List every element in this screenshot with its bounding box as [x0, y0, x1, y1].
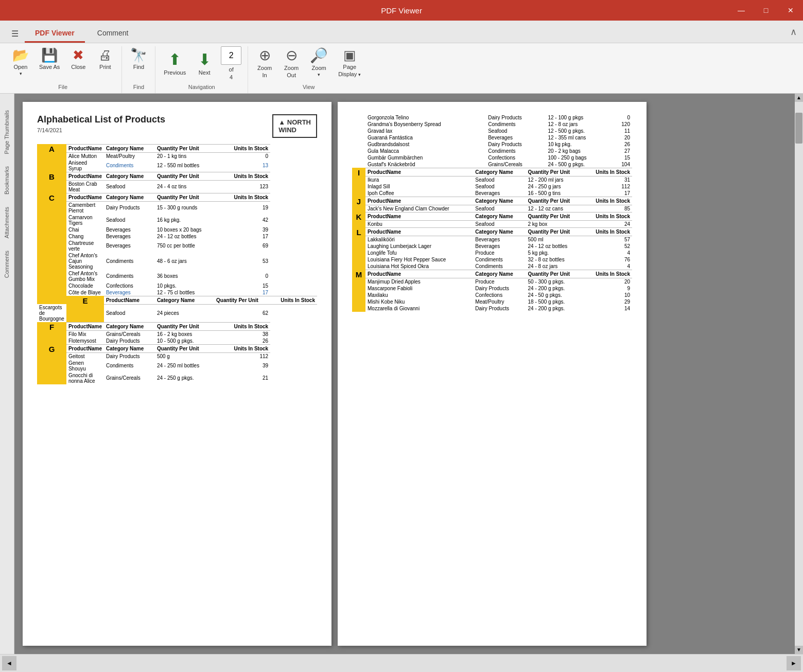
- table-row: B ProductName Category Name Quantity Per…: [37, 172, 317, 180]
- scroll-down-button[interactable]: ▼: [795, 646, 803, 654]
- table-row: ChocoladeConfections10 pkgs.15: [37, 282, 317, 289]
- document-title: Alphabetical List of Products: [37, 114, 165, 125]
- table-row: Jack's New England Clam ChowderSeafood12…: [352, 205, 632, 212]
- zoom-out-button[interactable]: ⊖ Zoom Out: [279, 46, 304, 80]
- zoom-button[interactable]: 🔎 Zoom ▾: [306, 46, 332, 79]
- table-row: Gumbär Gummibärchen Confections 100 - 25…: [352, 154, 632, 161]
- menu-icon[interactable]: ☰: [5, 25, 25, 43]
- document-date: 7/14/2021: [37, 127, 165, 133]
- letter-cell-c: C: [37, 193, 66, 304]
- collapse-ribbon-button[interactable]: ∧: [790, 26, 797, 38]
- find-button[interactable]: 🔭 Find: [126, 46, 151, 72]
- table-row: Chef Anton's Gumbo MixCondiments36 boxes…: [37, 270, 317, 282]
- side-tab-bookmarks[interactable]: Bookmarks: [2, 160, 13, 201]
- save-as-button[interactable]: 💾 Save As: [35, 46, 64, 72]
- page-display-button[interactable]: ▣ Page Display ▾: [334, 46, 365, 79]
- save-icon: 💾: [41, 48, 58, 62]
- table-row: G ProductName Category Name Quantity Per…: [37, 344, 317, 352]
- scroll-up-button[interactable]: ▲: [795, 94, 803, 102]
- table-row: ChaiBeverages10 boxes x 20 bags39: [37, 226, 317, 233]
- of-pages-label: of4: [229, 66, 234, 82]
- letter-cell-l: L: [352, 227, 365, 270]
- open-icon: 📂: [12, 48, 29, 62]
- table-row: Gorgonzola Telino Dairy Products 12 - 10…: [352, 114, 632, 121]
- file-group-label: File: [8, 82, 117, 93]
- table-row: Gravad lax Seafood 12 - 500 g pkgs. 11: [352, 128, 632, 134]
- window-controls: — □ ✕: [729, 0, 803, 21]
- table-row: Carnarvon TigersSeafood16 kg pkg.42: [37, 214, 317, 226]
- table-row: Camembert PierrotDairy Products15 - 300 …: [37, 201, 317, 214]
- maximize-button[interactable]: □: [754, 0, 778, 21]
- open-button[interactable]: 📂 Open ▾: [8, 46, 33, 78]
- table-row: Aniseed Syrup Condiments 12 - 550 ml bot…: [37, 160, 317, 172]
- tabs-bar: ☰ PDF Viewer Comment ∧: [0, 21, 803, 43]
- close-icon: ✖: [73, 48, 84, 62]
- left-page-table: A ProductName Category Name Quantity Per…: [37, 144, 317, 384]
- side-tabs-panel: Page Thumbnails Bookmarks Attachments Co…: [0, 94, 14, 654]
- zoom-in-icon: ⊕: [259, 48, 271, 63]
- letter-cell-i: I: [352, 168, 365, 197]
- previous-button[interactable]: ⬆ Previous: [160, 50, 190, 78]
- table-row: Chef Anton's Cajun SeasoningCondiments48…: [37, 252, 317, 270]
- table-row: IkuraSeafood12 - 200 ml jars31: [352, 176, 632, 183]
- side-tab-attachments[interactable]: Attachments: [2, 201, 13, 244]
- table-row: FlotemysostDairy Products10 - 500 g pkgs…: [37, 338, 317, 345]
- zoom-out-icon: ⊖: [286, 48, 298, 63]
- nav-buttons: ⬆ Previous ⬇ Next of4: [160, 46, 243, 82]
- side-tab-page-thumbnails[interactable]: Page Thumbnails: [2, 104, 13, 160]
- table-row: C ProductName Category Name Quantity Per…: [37, 193, 317, 201]
- table-row: E ProductName Category Name Quantity Per…: [37, 296, 317, 304]
- right-page-sections-table: I ProductName Category Name Quantity Per…: [352, 168, 632, 312]
- letter-cell-f: F: [37, 322, 66, 344]
- letter-cell-a: A: [37, 144, 66, 172]
- pdf-page-left: Alphabetical List of Products 7/14/2021 …: [23, 102, 331, 646]
- table-row: J ProductName Category Name Quantity Per…: [352, 197, 632, 205]
- file-buttons: 📂 Open ▾ 💾 Save As ✖ Close 🖨 Print: [8, 46, 117, 82]
- tab-comment[interactable]: Comment: [87, 25, 139, 43]
- view-buttons: ⊕ Zoom In ⊖ Zoom Out 🔎 Zoom ▾ ▣ Page Dis…: [252, 46, 365, 82]
- scroll-track[interactable]: [795, 102, 803, 646]
- tab-pdf-viewer[interactable]: PDF Viewer: [25, 25, 85, 43]
- right-page-top-table: Gorgonzola Telino Dairy Products 12 - 10…: [352, 114, 632, 168]
- find-buttons: 🔭 Find: [126, 46, 151, 82]
- table-row: Côte de BlayeBeverages12 - 75 cl bottles…: [37, 289, 317, 296]
- minimize-button[interactable]: —: [729, 0, 754, 21]
- scroll-left-button[interactable]: ◄: [2, 656, 16, 670]
- page-header: Alphabetical List of Products 7/14/2021 …: [37, 114, 317, 138]
- side-tab-comments[interactable]: Comments: [2, 244, 13, 284]
- navigation-group-label: Navigation: [160, 82, 243, 93]
- page-display-icon: ▣: [343, 48, 356, 62]
- title-bar: PDF Viewer — □ ✕: [0, 0, 803, 21]
- down-arrow-icon: ⬇: [198, 52, 211, 67]
- table-row: L ProductName Category Name Quantity Per…: [352, 227, 632, 236]
- table-row: Laughing Lumberjack LagerBeverages24 - 1…: [352, 243, 632, 250]
- scroll-right-button[interactable]: ►: [787, 656, 801, 670]
- h-scroll-track[interactable]: [19, 659, 784, 667]
- zoom-in-button[interactable]: ⊕ Zoom In: [252, 46, 277, 80]
- zoom-icon: 🔎: [310, 48, 328, 63]
- ribbon-group-find: 🔭 Find Find: [122, 46, 155, 93]
- table-row: I ProductName Category Name Quantity Per…: [352, 168, 632, 176]
- table-row: Boston Crab Meat Seafood 24 - 4 oz tins …: [37, 180, 317, 193]
- table-row: Inlagd SillSeafood24 - 250 g jars112: [352, 183, 632, 190]
- table-row: Ipoh CoffeeBeverages16 - 500 g tins17: [352, 190, 632, 197]
- logo: ▲ NORTHWIND: [272, 114, 317, 138]
- close-button[interactable]: ✖ Close: [66, 46, 91, 72]
- next-button[interactable]: ⬇ Next: [192, 50, 217, 78]
- app-title: PDF Viewer: [381, 6, 422, 15]
- view-group-label: View: [252, 82, 365, 93]
- pdf-page-right: Gorgonzola Telino Dairy Products 12 - 10…: [338, 102, 647, 646]
- table-row: Grandma's Boysenberry Spread Condiments …: [352, 121, 632, 128]
- scroll-thumb[interactable]: [795, 113, 802, 144]
- pdf-viewing-area[interactable]: Alphabetical List of Products 7/14/2021 …: [14, 94, 803, 654]
- up-arrow-icon: ⬆: [168, 52, 181, 67]
- table-row: KonbuSeafood2 kg box24: [352, 220, 632, 227]
- page-number-input[interactable]: [221, 46, 241, 65]
- letter-cell-e: E: [66, 296, 104, 322]
- table-row: Filo MixGrains/Cereals16 - 2 kg boxes38: [37, 330, 317, 338]
- table-row: K ProductName Category Name Quantity Per…: [352, 212, 632, 220]
- print-button[interactable]: 🖨 Print: [93, 46, 117, 72]
- table-row: GeitostDairy Products500 g112: [37, 352, 317, 360]
- close-window-button[interactable]: ✕: [778, 0, 803, 21]
- page-input-wrap: of4: [221, 46, 241, 82]
